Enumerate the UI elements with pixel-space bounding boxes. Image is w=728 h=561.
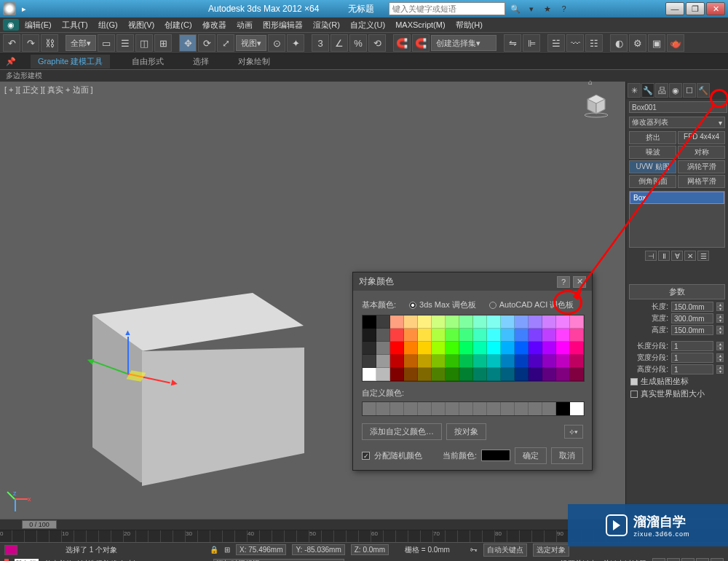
arrow-icon[interactable]: ▸ (22, 4, 26, 14)
snap-button[interactable]: 3 (312, 34, 329, 52)
percent-snap-button[interactable]: % (349, 34, 367, 52)
ribbon-tab-paint[interactable]: 对象绘制 (231, 55, 277, 68)
palette-swatch[interactable] (556, 368, 570, 381)
palette-swatch[interactable] (376, 342, 390, 355)
length-spinner[interactable]: 150.0mm (671, 302, 713, 312)
spinner-snap-button[interactable]: ⟲ (368, 34, 386, 52)
wseg-spinner[interactable]: 1 (671, 353, 713, 363)
menu-animation[interactable]: 动画 (232, 18, 257, 32)
palette-swatch[interactable] (515, 368, 529, 381)
palette-swatch[interactable] (473, 368, 487, 381)
palette-swatch[interactable] (376, 315, 390, 329)
link-button[interactable]: ⛓ (41, 34, 58, 52)
palette-swatch[interactable] (446, 355, 459, 368)
palette-swatch[interactable] (473, 342, 487, 355)
rotate-button[interactable]: ⟳ (198, 34, 215, 52)
stack-item-box[interactable]: Box (630, 192, 724, 204)
custom-swatch[interactable] (501, 402, 515, 415)
length-spinbuttons[interactable]: ▴▾ (716, 302, 724, 311)
menu-maxscript[interactable]: MAXScript(M) (391, 19, 449, 31)
palette-swatch[interactable] (390, 315, 404, 329)
palette-swatch[interactable] (487, 315, 501, 329)
height-spinner[interactable]: 150.0mm (671, 325, 713, 335)
hierarchy-tab-icon[interactable]: 品 (655, 83, 668, 98)
palette-swatch[interactable] (487, 342, 501, 355)
by-object-button[interactable]: 按对象 (446, 423, 486, 440)
autokey-button[interactable]: 自动关键点 (483, 544, 527, 557)
palette-swatch[interactable] (473, 315, 487, 329)
close-button[interactable]: ✕ (706, 2, 725, 15)
mod-uvwmap[interactable]: UVW 贴图 (629, 160, 676, 173)
palette-swatch[interactable] (529, 368, 542, 381)
palette-swatch[interactable] (432, 329, 446, 342)
palette-swatch[interactable] (418, 368, 432, 381)
menu-group[interactable]: 组(G) (94, 18, 122, 32)
palette-swatch[interactable] (529, 329, 542, 342)
curve-editor-button[interactable]: 〰 (566, 34, 584, 52)
menu-tools[interactable]: 工具(T) (58, 18, 92, 32)
mod-bevelprofile[interactable]: 倒角剖面 (629, 175, 676, 188)
menu-customize[interactable]: 自定义(U) (346, 18, 389, 32)
material-editor-button[interactable]: ◐ (610, 34, 628, 52)
modify-tab-icon[interactable]: 🔧 (641, 83, 654, 98)
star-icon[interactable]: ★ (542, 3, 553, 15)
menu-view[interactable]: 视图(V) (124, 18, 159, 32)
custom-swatch[interactable] (390, 402, 404, 415)
custom-swatch[interactable] (515, 402, 529, 415)
palette-swatch[interactable] (432, 355, 446, 368)
palette-swatch[interactable] (473, 329, 487, 342)
mod-ffd[interactable]: FFD 4x4x4 (678, 131, 725, 144)
viewport-label[interactable]: [ + ][ 正交 ][ 真实 + 边面 ] (4, 85, 93, 95)
utilities-tab-icon[interactable]: 🔨 (697, 83, 710, 98)
stack-remove-icon[interactable]: ✕ (684, 251, 696, 261)
palette-swatch[interactable] (556, 329, 570, 342)
genmap-checkbox[interactable] (630, 378, 638, 385)
palette-swatch[interactable] (432, 368, 446, 381)
magnet-button[interactable]: 🧲 (393, 34, 411, 52)
mod-turbosmooth[interactable]: 涡轮平滑 (678, 160, 725, 173)
custom-swatch[interactable] (446, 402, 459, 415)
render-frame-button[interactable]: ▣ (648, 34, 665, 52)
undo-button[interactable]: ↶ (3, 34, 20, 52)
palette-swatch[interactable] (542, 355, 556, 368)
palette-swatch[interactable] (570, 342, 584, 355)
refcoord-dropdown[interactable]: 视图 ▾ (236, 35, 266, 51)
palette-swatch[interactable] (515, 315, 529, 329)
goto-start-icon[interactable]: ⏮ (652, 558, 665, 561)
object-name-field[interactable] (629, 101, 727, 113)
palette-swatch[interactable] (363, 355, 376, 368)
mod-extrude[interactable]: 挤出 (629, 131, 676, 144)
dialog-help-button[interactable]: ? (557, 276, 570, 288)
time-handle[interactable]: 0 / 100 (22, 520, 57, 529)
stack-show-icon[interactable]: Ⅱ (658, 251, 670, 261)
select-button[interactable]: ▭ (98, 34, 115, 52)
width-spinner[interactable]: 300.0mm (671, 313, 713, 323)
help-search-input[interactable] (389, 2, 505, 15)
mod-symmetry[interactable]: 对称 (678, 146, 725, 159)
menu-rendering[interactable]: 渲染(R) (309, 18, 344, 32)
rollout-parameters[interactable]: 参数 (629, 284, 725, 299)
custom-swatch[interactable] (404, 402, 418, 415)
palette-swatch[interactable] (570, 355, 584, 368)
palette-swatch[interactable] (529, 315, 542, 329)
hseg-spinbuttons[interactable]: ▴▾ (716, 365, 724, 374)
schematic-button[interactable]: ☷ (585, 34, 603, 52)
palette-swatch[interactable] (363, 315, 376, 329)
palette-swatch[interactable] (473, 355, 487, 368)
palette-swatch[interactable] (501, 342, 515, 355)
display-tab-icon[interactable]: ☐ (683, 83, 696, 98)
palette-swatch[interactable] (376, 329, 390, 342)
key-icon[interactable]: 🗝 (470, 546, 478, 554)
ribbon-tab-graphite[interactable]: Graphite 建模工具 (31, 55, 110, 68)
palette-swatch[interactable] (542, 329, 556, 342)
palette-swatch[interactable] (390, 342, 404, 355)
palette-swatch[interactable] (418, 329, 432, 342)
menu-modifiers[interactable]: 修改器 (198, 18, 231, 32)
custom-swatch[interactable] (363, 402, 376, 415)
palette-swatch[interactable] (487, 329, 501, 342)
move-button[interactable]: ✥ (179, 34, 197, 52)
time-tag-field[interactable] (213, 559, 344, 562)
coord-toggle-icon[interactable]: ⊞ (224, 546, 230, 554)
palette-swatch[interactable] (363, 342, 376, 355)
palette-swatch[interactable] (487, 368, 501, 381)
